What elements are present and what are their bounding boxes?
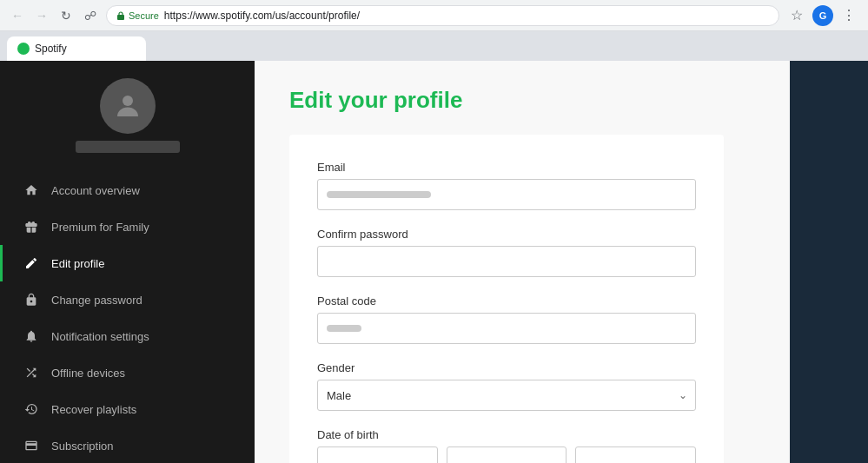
confirm-password-label: Confirm password <box>317 228 696 241</box>
dob-row: ⌄ ⌄ ⌄ <box>317 446 696 463</box>
user-icon <box>112 90 143 122</box>
email-group: Email <box>317 161 696 210</box>
svg-rect-0 <box>117 15 124 20</box>
menu-button[interactable]: ⋮ <box>837 3 861 28</box>
sidebar-item-label-subscription: Subscription <box>51 440 114 453</box>
dob-label: Date of birth <box>317 428 696 441</box>
svg-point-1 <box>123 96 133 106</box>
tab-title: Spotify <box>35 43 136 55</box>
form-card: Email Confirm password Postal code Gende… <box>289 135 724 463</box>
secure-label: Secure <box>129 10 159 21</box>
gender-group: Gender Male Female Other ⌄ <box>317 361 696 411</box>
page-content: Edit your profile Email Confirm password… <box>255 61 790 463</box>
sidebar-item-label-recover-playlists: Recover playlists <box>51 403 136 416</box>
sidebar-item-edit-profile[interactable]: Edit profile <box>0 245 255 281</box>
tab-bar: Spotify <box>0 31 868 61</box>
sidebar-item-change-password[interactable]: Change password <box>0 281 255 318</box>
postal-code-label: Postal code <box>317 294 696 308</box>
dob-year-col: ⌄ <box>575 446 696 463</box>
sidebar-item-notification-settings[interactable]: Notification settings <box>0 318 255 354</box>
lock-icon <box>116 10 126 21</box>
gender-select[interactable]: Male Female Other <box>317 380 696 411</box>
nav-buttons: ← → ↻ ☍ <box>7 5 101 26</box>
dob-day-col: ⌄ <box>317 446 438 463</box>
bell-icon <box>23 328 39 344</box>
subscription-icon <box>23 438 39 453</box>
sidebar-item-recover-playlists[interactable]: Recover playlists <box>0 391 255 427</box>
profile-icon[interactable]: G <box>812 5 833 26</box>
edit-icon <box>23 255 39 271</box>
main-area: Account overview Premium for Family <box>0 61 868 463</box>
gender-select-wrapper: Male Female Other ⌄ <box>317 380 696 411</box>
history-icon <box>23 401 39 417</box>
active-tab[interactable]: Spotify <box>7 36 146 61</box>
email-value-blurred <box>327 191 431 198</box>
postal-code-field[interactable] <box>317 313 696 344</box>
email-field[interactable] <box>317 179 696 210</box>
home-button[interactable]: ☍ <box>80 5 101 26</box>
sidebar: Account overview Premium for Family <box>0 61 255 463</box>
sidebar-header <box>0 61 255 165</box>
sidebar-item-label-offline-devices: Offline devices <box>51 367 125 380</box>
sidebar-item-account-overview[interactable]: Account overview <box>0 172 255 208</box>
sidebar-item-label-change-password: Change password <box>51 294 142 307</box>
gender-label: Gender <box>317 361 696 374</box>
confirm-password-field[interactable] <box>317 246 696 277</box>
right-panel <box>790 61 868 463</box>
sidebar-item-label-premium-family: Premium for Family <box>51 221 149 234</box>
refresh-button[interactable]: ↻ <box>56 5 76 26</box>
dob-day-select[interactable] <box>317 446 438 463</box>
confirm-password-group: Confirm password <box>317 228 696 277</box>
forward-button[interactable]: → <box>31 5 52 26</box>
blurred-username <box>76 141 180 153</box>
page-title: Edit your profile <box>289 87 755 114</box>
address-bar[interactable]: Secure https://www.spotify.com/us/accoun… <box>106 5 779 26</box>
dob-group: Date of birth ⌄ ⌄ <box>317 428 696 463</box>
home-icon <box>23 182 39 198</box>
bookmark-button[interactable]: ☆ <box>785 3 809 28</box>
postal-code-value-blurred <box>327 325 361 332</box>
browser-actions: ☆ G ⋮ <box>785 3 861 28</box>
gift-icon <box>23 219 39 235</box>
sidebar-item-label-notification-settings: Notification settings <box>51 330 149 343</box>
dob-year-select[interactable] <box>575 446 696 463</box>
browser-bar: ← → ↻ ☍ Secure https://www.spotify.com/u… <box>0 0 868 31</box>
sidebar-item-offline-devices[interactable]: Offline devices <box>0 354 255 391</box>
email-label: Email <box>317 161 696 174</box>
postal-code-group: Postal code <box>317 294 696 344</box>
dob-month-select[interactable] <box>447 446 567 463</box>
dob-month-col: ⌄ <box>447 446 567 463</box>
avatar <box>100 78 156 134</box>
sidebar-nav: Account overview Premium for Family <box>0 172 255 463</box>
sidebar-item-premium-family[interactable]: Premium for Family <box>0 208 255 245</box>
back-button[interactable]: ← <box>7 5 28 26</box>
sidebar-item-label-edit-profile: Edit profile <box>51 257 104 270</box>
sidebar-item-subscription[interactable]: Subscription <box>0 427 255 463</box>
shuffle-icon <box>23 365 39 380</box>
url-text: https://www.spotify.com/us/account/profi… <box>164 10 360 22</box>
sidebar-item-label-account-overview: Account overview <box>51 184 140 197</box>
tab-favicon <box>17 43 30 55</box>
secure-badge: Secure <box>116 10 159 21</box>
lock-icon <box>23 292 39 308</box>
